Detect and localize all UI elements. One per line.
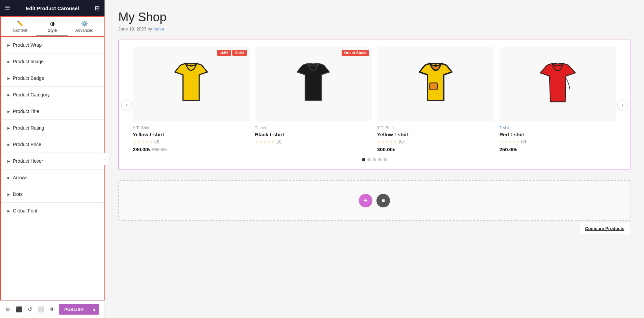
badge-sale-1: Sale! (232, 50, 247, 56)
stars-3: ☆☆☆☆☆ (377, 139, 397, 144)
add-element-button[interactable]: + (359, 194, 372, 207)
content-tab-label: Content (13, 28, 27, 33)
tab-content[interactable]: ✏️ Content (4, 17, 36, 36)
dot-3[interactable] (373, 158, 376, 161)
sidebar-item-product-image[interactable]: ▶ Product Image (1, 53, 104, 70)
product-rating-label: Product Rating (13, 125, 44, 131)
product-name-1: Yellow t-shirt (133, 132, 250, 137)
sidebar-item-product-price[interactable]: ▶ Product Price (1, 136, 104, 153)
stars-1: ☆☆☆☆☆ (133, 139, 153, 144)
product-wrap-label: Product Wrap (13, 42, 42, 48)
product-name-4: Red t-shirt (500, 132, 617, 137)
sidebar: ☰ Edit Product Carousel ⊞ ✏️ Content ◑ S… (0, 0, 105, 318)
rating-count-2: (0) (277, 139, 282, 144)
product-badges-1: -44% Sale! (217, 50, 247, 56)
chevron-right-icon: ▶ (7, 176, 10, 180)
content-tab-icon: ✏️ (17, 20, 24, 27)
product-name-2: Black t-shirt (255, 132, 372, 137)
product-image-label: Product Image (13, 59, 44, 64)
publish-button[interactable]: PUBLISH (59, 304, 89, 315)
eye-icon[interactable]: 👁 (50, 306, 55, 313)
chevron-right-icon: ▶ (7, 143, 10, 146)
product-title-label: Product Title (13, 109, 39, 114)
history-icon[interactable]: ↺ (28, 306, 32, 313)
advanced-tab-icon: ⚙️ (81, 20, 88, 27)
sidebar-tabs: ✏️ Content ◑ Style ⚙️ Advanced (0, 16, 105, 37)
product-category-label: Product Category (13, 92, 50, 97)
style-tab-icon: ◑ (50, 20, 55, 27)
menu-icon[interactable]: ☰ (5, 4, 10, 12)
product-card-3: Y-T_Shirt Yellow t-shirt ☆☆☆☆☆ (0) 300.0… (377, 47, 494, 153)
sidebar-item-arrows[interactable]: ▶ Arrows (1, 169, 104, 186)
product-image-3 (409, 57, 463, 111)
chevron-right-icon: ▶ (7, 209, 10, 213)
product-name-3: Yellow t-shirt (377, 132, 494, 137)
badge-discount-1: -44% (217, 50, 231, 56)
global-font-label: Global Font (13, 208, 37, 213)
page-date: June 19, 2023 by (118, 26, 153, 31)
product-rating-4: ☆☆☆☆☆ (0) (500, 139, 617, 144)
product-badge-label: Product Badge (13, 75, 44, 81)
carousel-next-button[interactable]: › (617, 99, 628, 110)
layers-icon[interactable]: ⬛ (16, 306, 22, 313)
sidebar-item-product-rating[interactable]: ▶ Product Rating (1, 120, 104, 136)
stars-2: ☆☆☆☆☆ (255, 139, 275, 144)
product-image-wrap-3 (377, 47, 494, 121)
sidebar-item-product-title[interactable]: ▶ Product Title (1, 103, 104, 120)
bottom-area: + ■ Compare Products (118, 180, 630, 221)
chevron-right-icon: ▶ (7, 60, 10, 64)
sidebar-items-list: ▶ Product Wrap ▶ Product Image ▶ Product… (0, 37, 105, 300)
preview-icon[interactable]: ⬜ (38, 306, 44, 313)
product-image-2 (286, 57, 340, 111)
product-card-1: -44% Sale! Y-T_Shirt Yellow t-shirt ☆☆☆☆… (133, 47, 250, 153)
dot-1[interactable] (362, 158, 365, 161)
sidebar-collapse-button[interactable]: ‹ (102, 153, 108, 165)
compare-products-button[interactable]: Compare Products (580, 223, 630, 234)
grid-icon[interactable]: ⊞ (95, 4, 100, 12)
chevron-right-icon: ▶ (7, 43, 10, 47)
carousel-prev-button[interactable]: ‹ (121, 99, 132, 110)
publish-button-group: PUBLISH ▲ (59, 304, 99, 315)
dots-label: Dots (13, 191, 23, 197)
sidebar-item-product-category[interactable]: ▶ Product Category (1, 87, 104, 103)
product-badges-2: Out of Stock (342, 50, 369, 56)
main-content: My Shop June 19, 2023 by hafsa ‹ › -44% … (105, 0, 644, 318)
svg-rect-0 (430, 83, 437, 90)
settings-icon[interactable]: ⚙ (5, 306, 10, 313)
sidebar-footer: ⚙ ⬛ ↺ ⬜ 👁 PUBLISH ▲ (0, 300, 105, 318)
product-price-1: 280.00৳500.00৳ (133, 146, 250, 153)
product-hover-label: Product Hover (13, 158, 43, 164)
carousel-dots (122, 158, 626, 161)
tab-advanced[interactable]: ⚙️ Advanced (68, 17, 100, 36)
sidebar-title: Edit Product Carousel (26, 5, 79, 11)
page-meta: June 19, 2023 by hafsa (118, 26, 630, 31)
sidebar-item-product-wrap[interactable]: ▶ Product Wrap (1, 37, 104, 53)
product-rating-2: ☆☆☆☆☆ (0) (255, 139, 372, 144)
dot-2[interactable] (367, 158, 371, 161)
product-category-1: Y-T_Shirt (133, 126, 250, 130)
price-original-1: 500.00৳ (152, 147, 167, 152)
chevron-right-icon: ▶ (7, 159, 10, 163)
chevron-right-icon: ▶ (7, 93, 10, 97)
product-image-wrap-4 (500, 47, 617, 121)
product-category-3: Y-T_Shirt (377, 126, 494, 130)
stop-button[interactable]: ■ (376, 194, 390, 207)
product-rating-3: ☆☆☆☆☆ (0) (377, 139, 494, 144)
sidebar-item-dots[interactable]: ▶ Dots (1, 186, 104, 203)
sidebar-header: ☰ Edit Product Carousel ⊞ (0, 0, 105, 16)
page-author[interactable]: hafsa (153, 26, 164, 31)
rating-count-4: (0) (521, 139, 526, 144)
footer-icons: ⚙ ⬛ ↺ ⬜ 👁 (5, 306, 55, 313)
sidebar-item-product-badge[interactable]: ▶ Product Badge (1, 70, 104, 87)
product-category-4: T-shirt (500, 126, 617, 130)
dot-4[interactable] (378, 158, 382, 161)
chevron-right-icon: ▶ (7, 76, 10, 80)
tab-style[interactable]: ◑ Style (36, 17, 68, 36)
sidebar-item-global-font[interactable]: ▶ Global Font (1, 203, 104, 219)
product-card-2: Out of Stock T-shirt Black t-shirt ☆☆☆☆☆… (255, 47, 372, 153)
product-carousel: ‹ › -44% Sale! Y-T_Shirt Yellow t-shirt (118, 40, 630, 170)
dot-5[interactable] (384, 158, 387, 161)
publish-dropdown-button[interactable]: ▲ (89, 304, 99, 315)
sidebar-item-product-hover[interactable]: ▶ Product Hover (1, 153, 104, 169)
product-image-wrap-1: -44% Sale! (133, 47, 250, 121)
